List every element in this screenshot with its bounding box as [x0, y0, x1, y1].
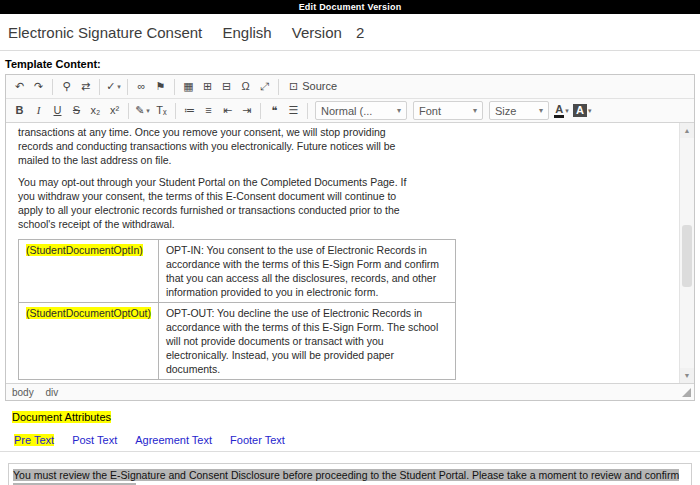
- copy-formatting-icon[interactable]: ✎: [134, 102, 151, 120]
- redo-icon[interactable]: ↷: [30, 78, 47, 96]
- table-icon[interactable]: ⊞: [199, 78, 216, 96]
- element-path-body[interactable]: body: [12, 387, 34, 398]
- table-row: (StudentDocumentOptOut) OPT-OUT: You dec…: [19, 303, 456, 380]
- rich-text-editor: ↶↷⚲⇄✓∞⚑▦⊞⊟Ω⤢ ⊡ Source BIUSx₂x²✎Tₓ≔≡⇤⇥❝☰ …: [5, 74, 695, 401]
- tab-post-text[interactable]: Post Text: [70, 431, 119, 451]
- tab-pre-text[interactable]: Pre Text: [12, 431, 56, 451]
- editor-status-bar: body div: [6, 383, 694, 400]
- remove-format-icon[interactable]: Tₓ: [153, 102, 170, 120]
- increase-indent-icon[interactable]: ⇥: [238, 102, 255, 120]
- toolbar-separator: [278, 79, 279, 95]
- header-divider: [0, 50, 700, 51]
- decrease-indent-icon[interactable]: ⇤: [219, 102, 236, 120]
- paragraph-format-value: Normal (...: [321, 105, 372, 117]
- scrollbar-thumb[interactable]: [682, 225, 692, 287]
- toolbar-separator: [175, 103, 176, 119]
- underline-icon[interactable]: U: [49, 102, 66, 120]
- font-value: Font: [419, 105, 441, 117]
- pre-text-field[interactable]: You must review the E-Signature and Cons…: [8, 463, 692, 485]
- content-paragraph: transactions at any time. Once you remov…: [18, 125, 416, 167]
- toolbar-separator: [307, 103, 308, 119]
- tab-label: Pre Text: [14, 434, 54, 446]
- tab-label: Footer Text: [230, 434, 285, 446]
- pre-text-value: You must review the E-Signature and Cons…: [13, 469, 679, 485]
- editor-scrollbar[interactable]: [679, 123, 694, 383]
- document-name: Electronic Signature Consent: [8, 24, 202, 41]
- bold-icon[interactable]: B: [11, 102, 28, 120]
- toolbar-icon-group: BIUSx₂x²✎Tₓ≔≡⇤⇥❝☰: [10, 102, 312, 120]
- resize-grip[interactable]: [682, 388, 691, 397]
- anchor-icon[interactable]: ⚑: [152, 78, 169, 96]
- background-color-button[interactable]: A: [572, 102, 592, 120]
- tab-label: Agreement Text: [135, 434, 212, 446]
- link-icon[interactable]: ∞: [133, 78, 150, 96]
- find-icon[interactable]: ⚲: [58, 78, 75, 96]
- page: { "window": { "title": "Edit Document Ve…: [0, 0, 700, 485]
- text-color-button[interactable]: A: [553, 102, 570, 120]
- version-label: Version: [292, 24, 342, 41]
- bulleted-list-icon[interactable]: ≡: [200, 102, 217, 120]
- toolbar-separator: [128, 103, 129, 119]
- version-number: 2: [356, 24, 364, 41]
- document-attributes-section: Document Attributes: [12, 411, 700, 423]
- size-dropdown[interactable]: Size: [489, 101, 549, 120]
- element-path-div[interactable]: div: [45, 387, 58, 398]
- tab-footer-text[interactable]: Footer Text: [228, 431, 287, 451]
- scroll-up-button[interactable]: [680, 123, 694, 138]
- toolbar-separator: [174, 79, 175, 95]
- editor-toolbar-row2: BIUSx₂x²✎Tₓ≔≡⇤⇥❝☰ Normal (... Font Size …: [6, 99, 694, 123]
- document-attributes-label: Document Attributes: [12, 411, 111, 423]
- replace-icon[interactable]: ⇄: [77, 78, 94, 96]
- toolbar-icon-group: ↶↷⚲⇄✓∞⚑▦⊞⊟Ω⤢: [10, 78, 283, 96]
- blockquote-icon[interactable]: ❝: [266, 102, 283, 120]
- horizontal-rule-icon[interactable]: ⊟: [218, 78, 235, 96]
- toolbar-separator: [99, 79, 100, 95]
- content-paragraph: You may opt-out through your Student Por…: [18, 175, 416, 231]
- image-icon[interactable]: ▦: [180, 78, 197, 96]
- subscript-icon[interactable]: x₂: [87, 102, 104, 120]
- spell-check-icon[interactable]: ✓: [105, 78, 122, 96]
- undo-icon[interactable]: ↶: [11, 78, 28, 96]
- window-title: Edit Document Version: [299, 2, 402, 12]
- opt-in-token: (StudentDocumentOptIn): [26, 244, 143, 256]
- toolbar-separator: [260, 103, 261, 119]
- scrollbar-track[interactable]: [680, 138, 694, 368]
- window-titlebar: Edit Document Version: [0, 0, 700, 14]
- opt-out-description: OPT-OUT: You decline the use of Electron…: [158, 303, 455, 380]
- element-path: body div: [12, 387, 67, 398]
- font-dropdown[interactable]: Font: [413, 101, 483, 120]
- opt-in-token-cell: (StudentDocumentOptIn): [19, 240, 159, 303]
- scroll-down-button[interactable]: [680, 368, 694, 383]
- page-header: Electronic Signature Consent English Ver…: [0, 14, 700, 50]
- option-table: (StudentDocumentOptIn) OPT-IN: You conse…: [18, 239, 456, 380]
- paragraph-format-dropdown[interactable]: Normal (...: [315, 101, 407, 120]
- special-character-icon[interactable]: Ω: [237, 78, 254, 96]
- opt-out-token-cell: (StudentDocumentOptOut): [19, 303, 159, 380]
- editor-toolbar-row1: ↶↷⚲⇄✓∞⚑▦⊞⊟Ω⤢ ⊡ Source: [6, 75, 694, 99]
- source-button[interactable]: ⊡ Source: [285, 78, 341, 96]
- toolbar-separator: [52, 79, 53, 95]
- template-content-label: Template Content:: [0, 56, 700, 74]
- tab-label: Post Text: [72, 434, 117, 446]
- editor-content-area[interactable]: transactions at any time. Once you remov…: [6, 123, 679, 383]
- maximize-icon[interactable]: ⤢: [256, 78, 273, 96]
- numbered-list-icon[interactable]: ≔: [181, 102, 198, 120]
- text-color-icon: A: [554, 104, 564, 118]
- size-value: Size: [495, 105, 516, 117]
- opt-out-token: (StudentDocumentOptOut): [26, 307, 151, 319]
- superscript-icon[interactable]: x²: [106, 102, 123, 120]
- tab-agreement-text[interactable]: Agreement Text: [133, 431, 214, 451]
- toolbar-separator: [127, 79, 128, 95]
- background-color-icon: A: [573, 104, 587, 117]
- document-language: English: [222, 24, 271, 41]
- attribute-tabs: Pre Text Post Text Agreement Text Footer…: [0, 430, 700, 452]
- strikethrough-icon[interactable]: S: [68, 102, 85, 120]
- source-icon: ⊡: [289, 81, 298, 92]
- italic-icon[interactable]: I: [30, 102, 47, 120]
- editor-content-wrap: transactions at any time. Once you remov…: [6, 123, 694, 383]
- table-row: (StudentDocumentOptIn) OPT-IN: You conse…: [19, 240, 456, 303]
- opt-in-description: OPT-IN: You consent to the use of Electr…: [158, 240, 455, 303]
- align-justify-icon[interactable]: ☰: [285, 102, 302, 120]
- source-button-label: Source: [302, 81, 337, 92]
